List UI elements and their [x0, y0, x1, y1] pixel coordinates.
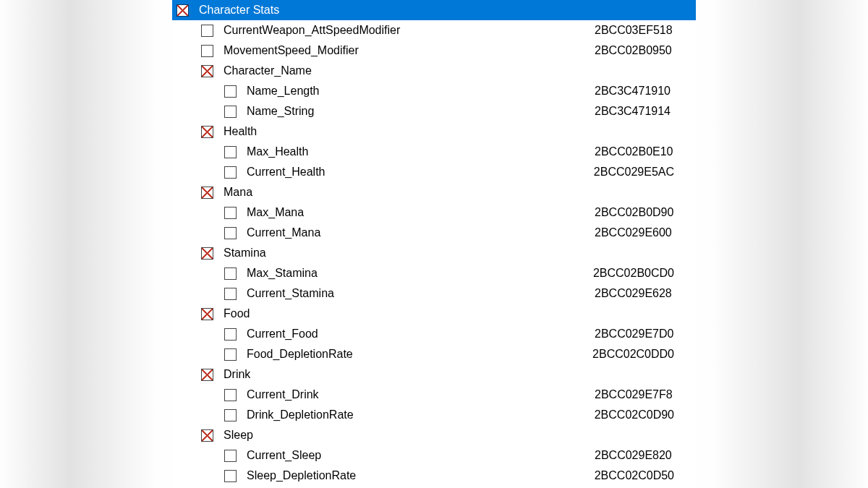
- checkbox-icon[interactable]: [224, 166, 237, 179]
- checkbox-icon[interactable]: [201, 247, 213, 260]
- checkbox-icon[interactable]: [224, 348, 237, 361]
- tree-row[interactable]: Max_Stamina 2BCC02B0CD0: [172, 263, 696, 283]
- tree-row-group[interactable]: Health: [172, 121, 696, 142]
- checkbox-icon[interactable]: [176, 4, 189, 17]
- row-label: Current_Drink: [247, 385, 319, 405]
- row-label: Current_Health: [247, 162, 326, 182]
- row-address: 2BCC029E5AC: [594, 162, 696, 182]
- row-address: 2BCC02C0D50: [595, 466, 696, 486]
- row-label: Character_Name: [224, 61, 312, 81]
- row-label: Max_Stamina: [247, 263, 318, 283]
- checkbox-icon[interactable]: [224, 85, 237, 98]
- row-label: Name_String: [247, 101, 314, 121]
- tree-row[interactable]: Current_Stamina 2BCC029E628: [172, 283, 696, 304]
- row-label: Current_Sleep: [247, 445, 321, 466]
- row-address: 2BCC02B0E10: [595, 142, 696, 162]
- address-list-panel: Character Stats CurrentWeapon_AttSpeedMo…: [172, 0, 696, 488]
- tree-row[interactable]: Current_Mana 2BCC029E600: [172, 223, 696, 243]
- tree-row[interactable]: CurrentWeapon_AttSpeedModifier 2BCC03EF5…: [172, 20, 696, 40]
- row-address: 2BC3C471910: [595, 81, 696, 101]
- row-address: 2BCC029E7D0: [595, 324, 696, 344]
- checkbox-icon[interactable]: [201, 25, 213, 37]
- row-label: Sleep: [224, 425, 253, 445]
- checkbox-icon[interactable]: [224, 450, 237, 462]
- tree-row[interactable]: Current_Food 2BCC029E7D0: [172, 324, 696, 344]
- tree-row-group[interactable]: Mana: [172, 182, 696, 202]
- tree-row[interactable]: Name_String 2BC3C471914: [172, 101, 696, 121]
- checkbox-icon[interactable]: [224, 470, 237, 482]
- row-address: 2BCC02B0950: [595, 40, 696, 61]
- row-label: Max_Mana: [247, 202, 304, 223]
- tree-row-group[interactable]: Food: [172, 304, 696, 324]
- row-address: 2BCC02B0D90: [595, 202, 696, 223]
- checkbox-icon[interactable]: [201, 429, 213, 442]
- checkbox-icon[interactable]: [224, 267, 237, 280]
- row-label: Food_DepletionRate: [247, 344, 353, 364]
- tree-row[interactable]: Food_DepletionRate 2BCC02C0DD0: [172, 344, 696, 364]
- row-label: MovementSpeed_Modifier: [224, 40, 359, 61]
- tree-row-group[interactable]: Sleep: [172, 425, 696, 445]
- row-address: 2BCC02C0DD0: [592, 344, 696, 364]
- checkbox-icon[interactable]: [201, 45, 213, 57]
- checkbox-icon[interactable]: [201, 187, 213, 199]
- tree-row[interactable]: Max_Mana 2BCC02B0D90: [172, 202, 696, 223]
- checkbox-icon[interactable]: [224, 328, 237, 341]
- checkbox-icon[interactable]: [201, 369, 213, 381]
- row-label: Drink: [224, 364, 250, 385]
- checkbox-icon[interactable]: [224, 389, 237, 401]
- row-label: Current_Mana: [247, 223, 320, 243]
- tree-row[interactable]: Drink_DepletionRate 2BCC02C0D90: [172, 405, 696, 425]
- checkbox-icon[interactable]: [224, 146, 237, 158]
- checkbox-icon[interactable]: [224, 207, 237, 219]
- checkbox-icon[interactable]: [201, 65, 213, 77]
- row-label: Food: [224, 304, 250, 324]
- row-label: Health: [224, 121, 257, 142]
- row-label: Current_Stamina: [247, 283, 334, 304]
- row-address: 2BCC029E820: [595, 445, 696, 466]
- row-label: Stamina: [224, 243, 266, 263]
- checkbox-icon[interactable]: [224, 288, 237, 300]
- tree-row-root[interactable]: Character Stats: [172, 0, 696, 20]
- tree-row[interactable]: Name_Length 2BC3C471910: [172, 81, 696, 101]
- checkbox-icon[interactable]: [201, 126, 213, 138]
- row-label: Current_Food: [247, 324, 318, 344]
- row-label: Character Stats: [199, 0, 279, 20]
- row-address: 2BCC029E7F8: [595, 385, 696, 405]
- tree-row[interactable]: MovementSpeed_Modifier 2BCC02B0950: [172, 40, 696, 61]
- checkbox-icon[interactable]: [224, 409, 237, 421]
- row-address: 2BCC03EF518: [595, 20, 696, 40]
- row-label: Max_Health: [247, 142, 308, 162]
- row-address: 2BCC02B0CD0: [593, 263, 696, 283]
- row-address: 2BC3C471914: [595, 101, 696, 121]
- row-address: 2BCC02C0D90: [595, 405, 696, 425]
- row-label: Drink_DepletionRate: [247, 405, 354, 425]
- row-label: Name_Length: [247, 81, 320, 101]
- tree-row[interactable]: Current_Drink 2BCC029E7F8: [172, 385, 696, 405]
- row-label: CurrentWeapon_AttSpeedModifier: [224, 20, 400, 40]
- checkbox-icon[interactable]: [201, 308, 213, 320]
- tree-row-group[interactable]: Character_Name: [172, 61, 696, 81]
- tree-row-group[interactable]: Drink: [172, 364, 696, 385]
- tree-row[interactable]: Max_Health 2BCC02B0E10: [172, 142, 696, 162]
- row-address: 2BCC029E628: [595, 283, 696, 304]
- tree-row[interactable]: Current_Sleep 2BCC029E820: [172, 445, 696, 466]
- row-label: Sleep_DepletionRate: [247, 466, 356, 486]
- checkbox-icon[interactable]: [224, 227, 237, 239]
- row-address: 2BCC029E600: [595, 223, 696, 243]
- checkbox-icon[interactable]: [224, 106, 237, 118]
- tree-row[interactable]: Sleep_DepletionRate 2BCC02C0D50: [172, 466, 696, 486]
- row-label: Mana: [224, 182, 252, 202]
- tree-row-group[interactable]: Stamina: [172, 243, 696, 263]
- tree-row[interactable]: Current_Health 2BCC029E5AC: [172, 162, 696, 182]
